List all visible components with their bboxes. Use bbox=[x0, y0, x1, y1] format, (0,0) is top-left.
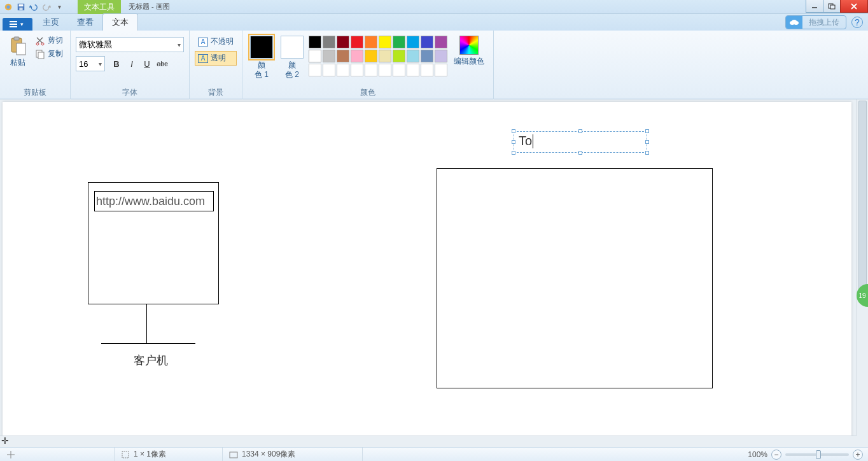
palette-swatch[interactable] bbox=[435, 50, 447, 62]
palette-swatch[interactable] bbox=[337, 36, 349, 48]
palette-swatch[interactable] bbox=[365, 50, 377, 62]
bold-button[interactable]: B bbox=[109, 56, 124, 71]
palette-swatch-empty[interactable] bbox=[407, 64, 419, 76]
opaque-button[interactable]: A不透明 bbox=[195, 34, 237, 49]
selection-border bbox=[514, 131, 647, 153]
cloud-icon bbox=[786, 15, 802, 29]
selection-handle-se[interactable] bbox=[645, 151, 649, 155]
svg-rect-8 bbox=[10, 21, 17, 22]
close-button[interactable] bbox=[840, 0, 868, 13]
palette-swatch-empty[interactable] bbox=[435, 64, 447, 76]
palette-swatch-empty[interactable] bbox=[309, 64, 321, 76]
drawn-rectangle-2 bbox=[437, 168, 713, 388]
palette-swatch-empty[interactable] bbox=[337, 64, 349, 76]
palette-swatch[interactable] bbox=[379, 36, 391, 48]
selection-size-icon bbox=[121, 450, 130, 459]
group-background-label: 背景 bbox=[195, 88, 237, 99]
selection-handle-n[interactable] bbox=[578, 129, 582, 133]
group-font-label: 字体 bbox=[76, 88, 184, 99]
editing-text-content[interactable]: To bbox=[519, 134, 533, 148]
drag-upload-button[interactable]: 拖拽上传 bbox=[785, 15, 846, 29]
palette-swatch[interactable] bbox=[365, 36, 377, 48]
qat-customize-icon[interactable]: ▾ bbox=[53, 1, 65, 13]
edit-colors-button[interactable]: 编辑颜色 bbox=[450, 34, 488, 68]
palette-swatch-empty[interactable] bbox=[393, 64, 405, 76]
palette-swatch[interactable] bbox=[407, 36, 419, 48]
file-menu-button[interactable] bbox=[3, 18, 32, 31]
palette-swatch[interactable] bbox=[421, 50, 433, 62]
palette-swatch-empty[interactable] bbox=[323, 64, 335, 76]
color-palette bbox=[309, 34, 447, 76]
color2-button[interactable]: 颜 色 2 bbox=[278, 34, 306, 82]
zoom-out-button[interactable]: − bbox=[771, 450, 781, 460]
selection-handle-w[interactable] bbox=[512, 140, 515, 144]
minimize-button[interactable] bbox=[806, 0, 823, 13]
palette-swatch[interactable] bbox=[309, 50, 321, 62]
palette-swatch[interactable] bbox=[337, 50, 349, 62]
qat-redo-icon[interactable] bbox=[41, 1, 52, 13]
palette-swatch-empty[interactable] bbox=[421, 64, 433, 76]
crosshair-icon bbox=[6, 450, 15, 459]
strikethrough-button[interactable]: abc bbox=[155, 56, 170, 71]
palette-swatch[interactable] bbox=[351, 36, 363, 48]
drawn-line-vertical bbox=[146, 304, 147, 344]
edit-colors-label: 编辑颜色 bbox=[454, 56, 484, 67]
qat-save-icon[interactable] bbox=[15, 1, 27, 13]
scissors-icon bbox=[35, 36, 45, 46]
opaque-icon: A bbox=[198, 38, 208, 46]
contextual-tab-label: 文本工具 bbox=[78, 0, 121, 14]
selection-handle-nw[interactable] bbox=[512, 129, 515, 133]
underline-button[interactable]: U bbox=[139, 56, 155, 71]
zoom-in-button[interactable]: + bbox=[853, 450, 863, 460]
font-size-combo[interactable]: 16 bbox=[76, 56, 105, 71]
color2-label-b: 色 2 bbox=[285, 69, 299, 80]
zoom-slider[interactable] bbox=[785, 453, 849, 456]
palette-swatch[interactable] bbox=[421, 36, 433, 48]
status-selection-size: 1 × 1像素 bbox=[115, 448, 223, 462]
copy-label: 复制 bbox=[48, 48, 63, 59]
palette-swatch-empty[interactable] bbox=[351, 64, 363, 76]
tab-view[interactable]: 查看 bbox=[68, 14, 102, 31]
drawn-textbox-url: http://www.baidu.com bbox=[94, 191, 214, 211]
palette-swatch-empty[interactable] bbox=[365, 64, 377, 76]
palette-swatch[interactable] bbox=[393, 36, 405, 48]
palette-swatch[interactable] bbox=[407, 50, 419, 62]
copy-button[interactable]: 复制 bbox=[33, 48, 65, 60]
maximize-button[interactable] bbox=[823, 0, 841, 13]
palette-swatch[interactable] bbox=[323, 50, 335, 62]
svg-rect-20 bbox=[38, 52, 44, 59]
font-family-combo[interactable]: 微软雅黑 bbox=[76, 37, 184, 52]
help-icon[interactable]: ? bbox=[851, 17, 863, 28]
status-cursor-pos bbox=[0, 448, 115, 462]
selection-handle-e[interactable] bbox=[645, 140, 649, 144]
tab-text[interactable]: 文本 bbox=[102, 13, 138, 31]
svg-rect-15 bbox=[14, 37, 19, 40]
tab-home[interactable]: 主页 bbox=[34, 14, 68, 31]
text-edit-selection[interactable]: To bbox=[514, 131, 647, 153]
palette-swatch[interactable] bbox=[393, 50, 405, 62]
palette-swatch[interactable] bbox=[379, 50, 391, 62]
selection-handle-s[interactable] bbox=[578, 151, 582, 155]
cut-button[interactable]: 剪切 bbox=[33, 34, 65, 46]
paste-button[interactable]: 粘贴 bbox=[5, 34, 31, 69]
palette-swatch[interactable] bbox=[351, 50, 363, 62]
vertical-scroll-thumb[interactable] bbox=[858, 101, 867, 292]
selection-handle-sw[interactable] bbox=[512, 151, 515, 155]
selection-handle-ne[interactable] bbox=[645, 129, 649, 133]
text-caret bbox=[533, 134, 533, 148]
transparent-button[interactable]: A透明 bbox=[195, 51, 237, 66]
vertical-scrollbar[interactable] bbox=[857, 99, 868, 436]
horizontal-scrollbar[interactable] bbox=[0, 436, 857, 447]
drawn-line-horizontal bbox=[101, 343, 195, 344]
canvas-size-value: 1334 × 909像素 bbox=[242, 449, 295, 460]
canvas[interactable]: http://www.baidu.com 客户机 To bbox=[3, 102, 851, 439]
palette-swatch[interactable] bbox=[323, 36, 335, 48]
palette-swatch[interactable] bbox=[309, 36, 321, 48]
color1-button[interactable]: 颜 色 1 bbox=[248, 34, 276, 82]
palette-swatch-empty[interactable] bbox=[379, 64, 391, 76]
italic-button[interactable]: I bbox=[124, 56, 139, 71]
qat-undo-icon[interactable] bbox=[28, 1, 39, 13]
svg-point-1 bbox=[6, 5, 10, 8]
palette-swatch[interactable] bbox=[435, 36, 447, 48]
zoom-slider-thumb[interactable] bbox=[816, 450, 821, 459]
